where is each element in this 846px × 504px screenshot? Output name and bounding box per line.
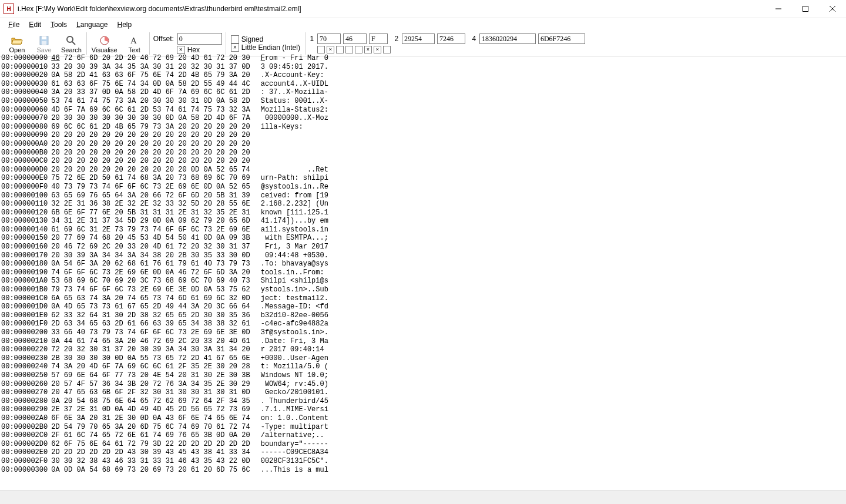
save-button[interactable]: Save: [32, 35, 56, 55]
text-icon: A: [129, 35, 140, 46]
width-4-label: 4: [471, 35, 477, 43]
svg-rect-1: [803, 6, 808, 12]
maximize-button[interactable]: [792, 0, 819, 18]
width-1-label: 1: [309, 35, 315, 43]
signed-checkbox[interactable]: [231, 35, 239, 43]
bit-0[interactable]: [317, 46, 325, 53]
menu-language[interactable]: Language: [72, 19, 112, 30]
value-1-char[interactable]: [369, 33, 388, 44]
save-label: Save: [36, 46, 51, 53]
hex-bytes[interactable]: 46 72 6F 6D 20 2D 20 46 72 69 20 4D 61 7…: [51, 54, 250, 56]
visualise-button[interactable]: Visualise: [89, 35, 120, 55]
text-label: Text: [129, 46, 140, 53]
disk-icon: [38, 35, 50, 46]
value-4-dec[interactable]: [479, 33, 536, 44]
search-button[interactable]: Search: [59, 35, 84, 55]
close-button[interactable]: [819, 0, 846, 18]
svg-line-8: [72, 42, 75, 45]
visualise-label: Visualise: [92, 46, 118, 53]
bit-5[interactable]: ×: [364, 46, 372, 53]
offset-label: Offset:: [153, 35, 174, 43]
bit-6[interactable]: ×: [374, 46, 381, 53]
hex-label: Hex: [187, 46, 200, 54]
value-2-hex[interactable]: [437, 33, 465, 44]
endian-label: Little Endian (Intel): [241, 43, 300, 52]
endian-checkbox[interactable]: ×: [231, 43, 239, 52]
menu-file[interactable]: File: [4, 19, 24, 30]
svg-point-7: [67, 36, 73, 42]
svg-rect-5: [42, 36, 46, 39]
menu-help[interactable]: Help: [112, 19, 136, 30]
hex-row[interactable]: 00:0000000046 72 6F 6D 20 2D 20 46 72 69…: [1, 54, 846, 56]
value-1-hex[interactable]: [343, 33, 367, 44]
hex-ascii[interactable]: From - Fri Mar 0: [261, 54, 328, 56]
window-controls: [765, 0, 846, 18]
bit-4[interactable]: [355, 46, 362, 53]
toolbar: Open Save Search Visualise A Text Offset…: [0, 31, 846, 56]
svg-text:A: A: [130, 36, 137, 45]
menubar: File Edit Tools Language Help: [0, 18, 846, 31]
svg-rect-6: [42, 41, 46, 45]
open-label: Open: [9, 46, 25, 53]
hex-checkbox[interactable]: ×: [177, 46, 185, 54]
menu-tools[interactable]: Tools: [46, 19, 72, 30]
text-button[interactable]: A Text: [122, 35, 147, 55]
value-4-hex[interactable]: [538, 33, 585, 44]
folder-open-icon: [11, 35, 23, 46]
titlebar: H i.Hex [F:\My Work\Edit folder\hexview.…: [0, 0, 846, 18]
menu-edit[interactable]: Edit: [24, 19, 46, 30]
bit-1[interactable]: ×: [327, 46, 334, 53]
bit-2[interactable]: [336, 46, 344, 53]
value-2-dec[interactable]: [402, 33, 435, 44]
chart-icon: [99, 35, 110, 46]
search-label: Search: [61, 46, 82, 53]
hex-address: 00:00000000: [1, 54, 48, 56]
minimize-button[interactable]: [765, 0, 792, 18]
window-title: i.Hex [F:\My Work\Edit folder\hexview.or…: [18, 5, 765, 13]
open-button[interactable]: Open: [5, 35, 29, 55]
search-icon: [65, 35, 77, 46]
offset-input[interactable]: [177, 33, 222, 45]
bit-3[interactable]: [345, 46, 353, 53]
app-icon: H: [4, 4, 14, 14]
bit-7[interactable]: [383, 46, 391, 53]
hex-view[interactable]: 00:0000000046 72 6F 6D 20 2D 20 46 72 69…: [0, 54, 846, 56]
width-2-label: 2: [394, 35, 400, 43]
signed-label: Signed: [241, 35, 263, 43]
value-1-dec[interactable]: [317, 33, 341, 44]
bit-row: ×××: [309, 46, 585, 53]
